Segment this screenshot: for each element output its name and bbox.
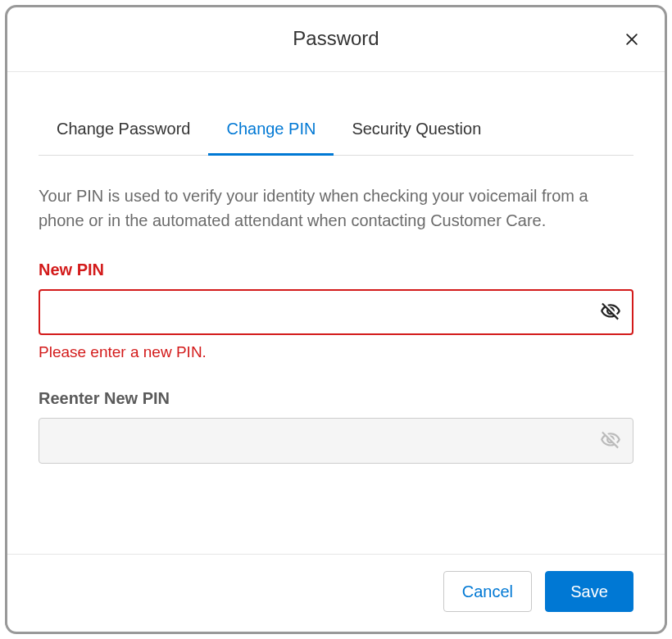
- tab-change-password[interactable]: Change Password: [39, 108, 208, 156]
- save-button[interactable]: Save: [545, 571, 633, 612]
- eye-off-icon: [600, 301, 621, 324]
- dialog-title: Password: [293, 27, 379, 50]
- new-pin-label: New PIN: [39, 261, 633, 279]
- password-dialog: Password Change Password Change PIN Secu…: [5, 5, 667, 634]
- close-button[interactable]: [622, 30, 642, 50]
- new-pin-input-wrapper: [39, 289, 633, 335]
- dialog-footer: Cancel Save: [7, 554, 665, 632]
- dialog-body: Change Password Change PIN Security Ques…: [7, 72, 665, 554]
- tab-security-question[interactable]: Security Question: [334, 108, 499, 156]
- dialog-header: Password: [7, 7, 665, 72]
- eye-off-icon: [600, 429, 621, 453]
- reenter-pin-input-wrapper: [39, 418, 633, 464]
- reenter-pin-visibility-toggle[interactable]: [599, 429, 622, 452]
- tab-change-pin[interactable]: Change PIN: [208, 108, 334, 156]
- reenter-pin-group: Reenter New PIN: [39, 389, 633, 464]
- new-pin-group: New PIN Please enter a new PIN.: [39, 261, 633, 361]
- new-pin-input[interactable]: [39, 289, 633, 335]
- reenter-pin-input[interactable]: [39, 418, 633, 464]
- reenter-pin-label: Reenter New PIN: [39, 389, 633, 408]
- new-pin-visibility-toggle[interactable]: [599, 301, 622, 324]
- close-icon: [624, 31, 640, 50]
- cancel-button[interactable]: Cancel: [443, 571, 532, 612]
- tabs: Change Password Change PIN Security Ques…: [39, 108, 633, 156]
- new-pin-error: Please enter a new PIN.: [39, 343, 633, 361]
- pin-description: Your PIN is used to verify your identity…: [39, 184, 633, 233]
